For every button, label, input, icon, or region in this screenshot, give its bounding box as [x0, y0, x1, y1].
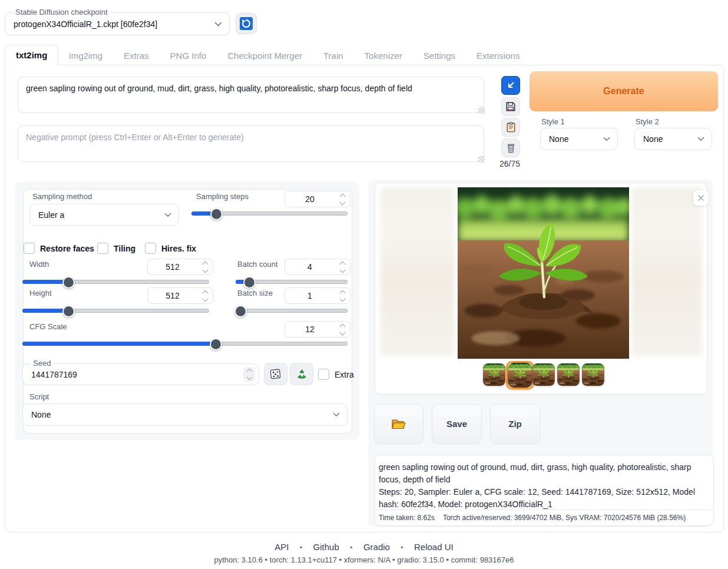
checkbox-box[interactable] [145, 243, 156, 254]
stepper-arrows[interactable] [336, 193, 348, 206]
tiling-label: Tiling [114, 244, 135, 253]
save-style-button[interactable] [501, 97, 520, 116]
sampling-steps-slider[interactable] [191, 208, 348, 217]
open-folder-button[interactable] [374, 404, 423, 444]
main-tabs: txt2img img2img Extras PNG Info Checkpoi… [5, 45, 530, 65]
generation-time-row: Time taken: 8.62s Torch active/reserved:… [375, 510, 713, 525]
tiling-checkbox[interactable]: Tiling [97, 243, 135, 254]
height-value: 512 [148, 291, 197, 300]
checkbox-box[interactable] [318, 369, 329, 380]
tab-png-info[interactable]: PNG Info [160, 46, 217, 65]
sampling-method-value: Euler a [38, 210, 64, 220]
script-label: Script [29, 392, 49, 401]
batch-size-slider[interactable] [236, 305, 348, 315]
width-input[interactable]: 512 [147, 259, 213, 275]
tab-extras[interactable]: Extras [113, 46, 160, 65]
restore-faces-label: Restore faces [40, 244, 94, 253]
read-generation-params-button[interactable] [501, 76, 520, 95]
width-slider[interactable] [22, 276, 209, 286]
gallery-prev-image[interactable] [380, 187, 455, 357]
resize-handle[interactable] [478, 156, 485, 163]
batch-size-input[interactable]: 1 [284, 287, 350, 304]
height-slider[interactable] [22, 305, 209, 315]
tab-tokenizer[interactable]: Tokenizer [354, 46, 413, 65]
footer-link-gradio[interactable]: Gradio [363, 542, 390, 552]
generation-info-card: green sapling rowing out of ground, mud,… [375, 455, 714, 526]
stepper-arrows[interactable] [199, 289, 211, 302]
clear-prompt-button[interactable] [501, 138, 520, 157]
batch-count-label: Batch count [237, 260, 278, 269]
checkpoint-label: Stable Diffusion checkpoint [12, 8, 111, 16]
tab-extensions[interactable]: Extensions [466, 46, 530, 65]
stepper-arrows[interactable] [336, 323, 348, 336]
app-root: Stable Diffusion checkpoint protogenX34O… [0, 0, 728, 569]
refresh-checkpoints-button[interactable] [236, 13, 257, 34]
cfg-scale-slider[interactable] [22, 338, 348, 348]
gallery-thumbnail-4[interactable] [557, 363, 580, 386]
chevron-down-icon [603, 137, 610, 141]
checkbox-box[interactable] [24, 243, 35, 254]
sampling-steps-label: Sampling steps [196, 192, 249, 201]
cfg-scale-input[interactable]: 12 [284, 321, 350, 338]
gallery-next-image[interactable] [631, 187, 702, 357]
batch-count-input[interactable]: 4 [284, 259, 350, 275]
style2-dropdown[interactable]: None [634, 128, 712, 150]
style1-value: None [549, 134, 568, 144]
tab-txt2img[interactable]: txt2img [5, 45, 58, 65]
gallery-thumbnail-1[interactable] [483, 363, 505, 386]
sampling-method-dropdown[interactable]: Euler a [29, 204, 179, 226]
extra-seed-checkbox[interactable]: Extra [318, 369, 354, 380]
hires-fix-checkbox[interactable]: Hires. fix [145, 243, 196, 254]
sampling-steps-input[interactable]: 20 [284, 191, 350, 207]
random-seed-button[interactable] [264, 363, 287, 385]
footer-link-api[interactable]: API [274, 542, 289, 552]
floppy-disk-icon [505, 101, 516, 112]
bullet-separator: • [300, 544, 302, 552]
height-input[interactable]: 512 [147, 287, 213, 304]
bullet-separator: • [350, 544, 352, 552]
checkbox-box[interactable] [97, 243, 108, 254]
script-dropdown[interactable]: None [22, 403, 348, 426]
generate-button[interactable]: Generate [530, 71, 718, 111]
refresh-icon [240, 17, 253, 30]
footer-link-reload-ui[interactable]: Reload UI [414, 542, 454, 552]
style2-label: Style 2 [636, 117, 659, 126]
recycle-icon [296, 368, 308, 381]
tab-train[interactable]: Train [313, 46, 354, 65]
paste-apply-style-button[interactable] [501, 118, 520, 137]
gallery-thumbnail-5[interactable] [582, 363, 604, 386]
close-gallery-button[interactable] [693, 190, 709, 206]
footer-link-github[interactable]: Github [313, 542, 339, 552]
reuse-seed-button[interactable] [290, 363, 313, 385]
prompt-input[interactable]: green sapling rowing out of ground, mud,… [18, 77, 484, 113]
extra-label: Extra [335, 370, 354, 379]
checkpoint-dropdown[interactable]: Stable Diffusion checkpoint protogenX34O… [5, 12, 230, 35]
stepper-arrows[interactable] [336, 260, 348, 273]
seed-label: Seed [30, 359, 54, 368]
zip-button[interactable]: Zip [490, 404, 540, 444]
resize-handle[interactable] [478, 107, 485, 114]
gallery-thumbnail-3[interactable] [532, 363, 555, 386]
token-counter: 26/75 [499, 159, 520, 168]
tab-img2img[interactable]: img2img [58, 46, 113, 65]
footer-links: API • Github • Gradio • Reload UI [0, 542, 728, 553]
cfg-scale-value: 12 [285, 325, 335, 334]
save-button[interactable]: Save [432, 404, 482, 444]
width-value: 512 [148, 262, 197, 272]
arrow-down-left-icon [506, 81, 515, 90]
stepper-arrows[interactable] [243, 367, 255, 382]
chevron-down-icon [164, 213, 171, 217]
restore-faces-checkbox[interactable]: Restore faces [24, 243, 94, 254]
tab-settings[interactable]: Settings [413, 46, 466, 65]
stepper-arrows[interactable] [199, 260, 211, 273]
negative-prompt-input[interactable] [18, 125, 484, 162]
batch-count-slider[interactable] [236, 276, 348, 286]
gallery-thumbnail-2-selected[interactable] [506, 361, 534, 389]
stepper-arrows[interactable] [336, 289, 348, 302]
generated-image[interactable] [458, 187, 629, 359]
tab-checkpoint-merger[interactable]: Checkpoint Merger [217, 46, 313, 65]
chevron-down-icon [214, 22, 222, 27]
style1-dropdown[interactable]: None [540, 128, 618, 150]
seed-input[interactable]: Seed 1441787169 [22, 363, 259, 385]
dice-icon [270, 368, 282, 380]
